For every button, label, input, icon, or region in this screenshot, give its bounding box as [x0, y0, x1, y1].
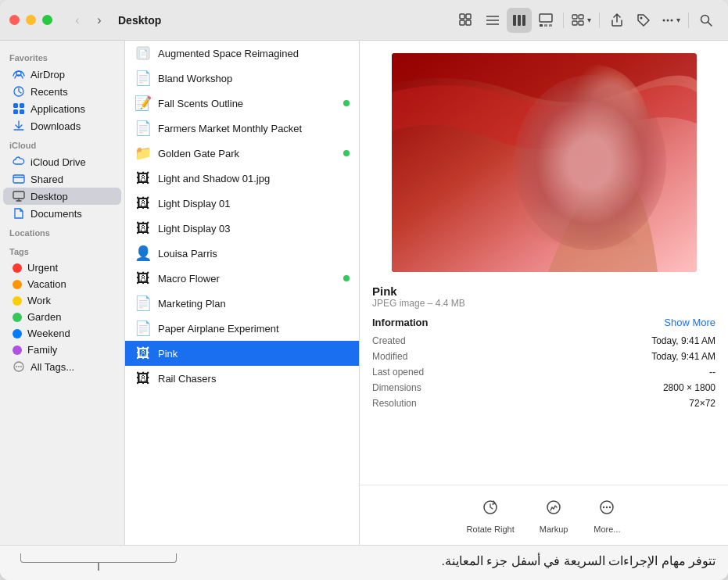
tag-button[interactable]	[631, 8, 656, 33]
bracket-line	[98, 563, 99, 571]
file-item-augmented[interactable]: 📄 Augmented Space Reimagined	[125, 41, 359, 66]
sidebar-item-all-tags[interactable]: All Tags...	[3, 358, 121, 375]
sidebar-item-garden[interactable]: Garden	[3, 309, 121, 325]
created-label: Created	[372, 335, 406, 346]
share-icon	[610, 13, 624, 27]
sidebar-item-family[interactable]: Family	[3, 342, 121, 358]
info-header: Information Show More	[372, 317, 715, 328]
list-view-button[interactable]	[480, 8, 505, 33]
svg-point-20	[667, 19, 669, 21]
sidebar-item-work[interactable]: Work	[3, 292, 121, 309]
group-button[interactable]: ▾	[568, 8, 594, 33]
svg-rect-16	[572, 21, 577, 25]
file-item-light-shadow[interactable]: 🖼 Light and Shadow 01.jpg	[125, 166, 359, 191]
info-row-modified: Modified Today, 9:41 AM	[372, 349, 715, 364]
file-icon-light-display-01: 🖼	[134, 195, 152, 212]
svg-rect-12	[544, 24, 547, 27]
sidebar-item-airdrop[interactable]: AirDrop	[3, 66, 121, 83]
desktop-label: Desktop	[30, 191, 68, 202]
tags-section-label: Tags	[0, 241, 124, 260]
work-tag-dot	[13, 296, 22, 306]
more-actions-button[interactable]: More...	[593, 493, 621, 534]
file-name-augmented: Augmented Space Reimagined	[158, 48, 299, 59]
file-item-light-display-03[interactable]: 🖼 Light Display 03	[125, 216, 359, 241]
sidebar-item-documents[interactable]: Documents	[3, 205, 121, 222]
file-icon-fall-scents: 📝	[134, 95, 152, 112]
sidebar-item-vacation[interactable]: Vacation	[3, 276, 121, 292]
sync-dot-macro-flower	[343, 275, 350, 281]
sidebar-item-applications[interactable]: Applications	[3, 100, 121, 117]
svg-rect-14	[572, 15, 577, 19]
modified-label: Modified	[372, 351, 407, 362]
svg-point-19	[663, 19, 665, 21]
dimensions-value: 2800 × 1800	[663, 382, 715, 393]
file-item-marketing[interactable]: 📄 Marketing Plan	[125, 291, 359, 316]
info-row-created: Created Today, 9:41 AM	[372, 333, 715, 349]
search-icon	[699, 13, 713, 27]
work-label: Work	[27, 295, 51, 306]
list-view-icon	[486, 13, 500, 27]
file-item-louisa[interactable]: 👤 Louisa Parris	[125, 241, 359, 266]
file-name-macro-flower: Macro Flower	[158, 273, 220, 285]
file-icon-bland: 📄	[134, 70, 152, 87]
sidebar-item-shared[interactable]: Shared	[3, 170, 121, 188]
sidebar-item-downloads[interactable]: Downloads	[3, 117, 121, 134]
traffic-lights	[9, 15, 52, 25]
file-item-golden-gate[interactable]: 📁 Golden Gate Park	[125, 141, 359, 166]
applications-label: Applications	[30, 103, 85, 115]
file-name-farmers: Farmers Market Monthly Packet	[158, 123, 302, 134]
urgent-tag-dot	[13, 263, 22, 273]
file-name-light-shadow: Light and Shadow 01.jpg	[158, 173, 270, 184]
file-item-light-display-01[interactable]: 🖼 Light Display 01	[125, 191, 359, 216]
file-item-bland[interactable]: 📄 Bland Workshop	[125, 66, 359, 91]
sidebar-item-recents[interactable]: Recents	[3, 83, 121, 100]
file-item-paper-airplane[interactable]: 📄 Paper Airplane Experiment	[125, 316, 359, 341]
sidebar-item-desktop[interactable]: Desktop	[3, 188, 121, 205]
info-row-last-opened: Last opened --	[372, 364, 715, 380]
file-item-macro-flower[interactable]: 🖼 Macro Flower	[125, 266, 359, 291]
svg-rect-15	[579, 15, 583, 19]
file-item-fall-scents[interactable]: 📝 Fall Scents Outline	[125, 91, 359, 116]
toolbar-icons: ▾ ▾	[454, 8, 719, 33]
all-tags-icon	[13, 360, 25, 373]
gallery-view-button[interactable]	[533, 8, 558, 33]
tooltip-wrapper: تتوفر مهام الإجراءات السريعة في أسفل جزء…	[13, 552, 715, 571]
file-icon-pink: 🖼	[134, 345, 152, 362]
sidebar-item-urgent[interactable]: Urgent	[3, 260, 121, 276]
markup-label: Markup	[540, 525, 568, 534]
file-list: 📄 Augmented Space Reimagined 📄 Bland Wor…	[125, 41, 360, 545]
file-name-bland: Bland Workshop	[158, 73, 232, 84]
bracket-container	[13, 553, 185, 571]
svg-line-23	[708, 22, 712, 26]
maximize-button[interactable]	[42, 15, 52, 25]
close-button[interactable]	[9, 15, 20, 25]
separator-2	[599, 13, 600, 28]
more-icon	[661, 13, 675, 27]
rotate-right-button[interactable]: Rotate Right	[467, 493, 515, 534]
modified-value: Today, 9:41 AM	[651, 351, 715, 362]
preview-actions: Rotate Right Markup	[360, 485, 728, 545]
icon-view-button[interactable]	[454, 8, 479, 33]
svg-rect-0	[460, 14, 464, 19]
minimize-button[interactable]	[26, 15, 36, 25]
recents-icon	[13, 85, 25, 98]
forward-button[interactable]: ›	[90, 11, 109, 30]
search-button[interactable]	[694, 8, 719, 33]
downloads-label: Downloads	[30, 120, 81, 132]
file-name-rail-chasers: Rail Chasers	[158, 373, 216, 385]
file-item-rail-chasers[interactable]: 🖼 Rail Chasers	[125, 366, 359, 391]
more-button[interactable]: ▾	[658, 8, 683, 33]
svg-rect-27	[13, 109, 18, 114]
file-item-farmers[interactable]: 📄 Farmers Market Monthly Packet	[125, 116, 359, 141]
share-button[interactable]	[604, 8, 629, 33]
file-item-pink[interactable]: 🖼 Pink	[125, 341, 359, 366]
svg-point-42	[606, 507, 608, 508]
sidebar-item-weekend[interactable]: Weekend	[3, 325, 121, 342]
show-more-button[interactable]: Show More	[664, 317, 715, 328]
weekend-tag-dot	[13, 329, 22, 338]
markup-button[interactable]: Markup	[540, 493, 568, 534]
file-name-paper-airplane: Paper Airplane Experiment	[158, 323, 279, 335]
column-view-button[interactable]	[507, 8, 532, 33]
sidebar-item-icloud-drive[interactable]: iCloud Drive	[3, 153, 121, 170]
back-button[interactable]: ‹	[68, 11, 87, 30]
